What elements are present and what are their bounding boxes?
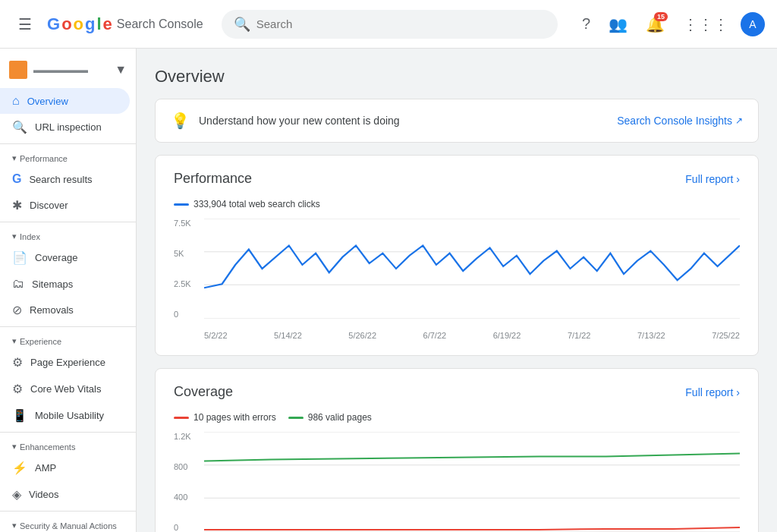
sidebar-item-label: Removals [30,304,74,316]
section-enhancements[interactable]: ▾ Enhancements [0,436,136,455]
topbar: ☰ Google Search Console 🔍 ? 👥 🔔 15 ⋮⋮⋮ A [0,0,777,49]
people-icon[interactable]: 👥 [602,9,634,39]
section-arrow: ▾ [12,442,17,452]
x-label: 6/7/22 [423,331,447,340]
logo-g2: g [85,14,95,34]
sidebar-item-label: Discover [30,200,68,211]
apps-icon[interactable]: ⋮⋮⋮ [677,9,735,39]
hamburger-icon[interactable]: ☰ [12,9,38,39]
section-label: Enhancements [20,442,75,452]
x-label: 6/19/22 [493,331,521,340]
property-dropdown-icon: ▼ [115,63,127,77]
divider [0,143,136,144]
y-label: 2.5K [174,279,201,288]
insight-link[interactable]: Search Console Insights ↗ [617,115,743,127]
topbar-left: ☰ Google Search Console [12,9,203,39]
cov-chart-area [204,432,740,532]
y-label: 400 [174,493,201,502]
search-icon: 🔍 [234,16,250,33]
sidebar-item-label: AMP [35,462,56,474]
perf-chart-svg [204,219,740,319]
section-label: Security & Manual Actions [20,521,117,530]
x-label: 7/25/22 [712,331,740,340]
chevron-right-icon: › [736,386,740,398]
sidebar-item-label: Core Web Vitals [30,383,101,395]
app-title: Search Console [117,17,203,31]
sidebar-item-videos[interactable]: ◈ Videos [0,481,130,508]
divider [0,511,136,512]
legend-clicks-label: 333,904 total web search clicks [193,199,320,209]
sidebar-item-sitemaps[interactable]: 🗂 Sitemaps [0,271,130,297]
sidebar-item-removals[interactable]: ⊘ Removals [0,297,130,323]
sidebar-item-amp[interactable]: ⚡ AMP [0,455,130,481]
removals-icon: ⊘ [12,303,22,317]
sidebar-item-discover[interactable]: ✱ Discover [0,192,130,219]
x-label: 5/2/22 [204,331,228,340]
section-performance[interactable]: ▾ Performance [0,147,136,166]
section-label: Performance [20,154,68,163]
mobile-icon: 📱 [12,408,27,423]
legend-line-valid [288,417,304,419]
search-input[interactable] [256,17,546,30]
divider [0,432,136,433]
inspect-icon: 🔍 [12,120,27,134]
legend-errors-label: 10 pages with errors [193,412,276,423]
section-label: Index [20,232,40,241]
legend-valid-label: 986 valid pages [308,412,372,423]
section-arrow: ▾ [12,231,17,241]
sidebar-item-label: URL inspection [35,121,102,133]
x-label: 7/1/22 [568,331,591,340]
search-bar[interactable]: 🔍 [222,10,558,39]
insight-banner: 💡 Understand how your new content is doi… [155,99,759,143]
notification-icon[interactable]: 🔔 15 [640,9,671,39]
divider [0,222,136,222]
property-icon [9,61,27,79]
sidebar-item-label: Coverage [35,252,77,263]
full-report-label: Full report [685,386,733,398]
sidebar-item-mobile-usability[interactable]: 📱 Mobile Usability [0,402,130,429]
logo-e: e [103,14,112,34]
performance-legend: 333,904 total web search clicks [174,199,740,209]
coverage-icon: 📄 [12,250,27,265]
divider [0,326,136,327]
legend-clicks: 333,904 total web search clicks [174,199,320,209]
legend-errors: 10 pages with errors [174,412,276,423]
sidebar-item-label: Sitemaps [32,279,73,290]
performance-full-report-link[interactable]: Full report › [685,173,740,185]
sidebar-item-label: Page Experience [30,357,105,368]
app-logo: Google Search Console [47,14,203,34]
avatar[interactable]: A [741,12,765,36]
y-label: 0 [174,523,201,532]
sidebar-item-page-experience[interactable]: ⚙ Page Experience [0,349,130,376]
y-label: 0 [174,310,201,319]
performance-chart: 7.5K 5K 2.5K 0 [174,219,740,340]
logo-g: G [47,14,60,34]
section-arrow: ▾ [12,336,17,346]
sidebar: ▬▬▬▬▬▬ ▼ ⌂ Overview 🔍 URL inspection ▾ P… [0,49,137,532]
chevron-right-icon: › [736,173,740,185]
section-label: Experience [20,337,61,346]
topbar-right: ? 👥 🔔 15 ⋮⋮⋮ A [576,9,765,39]
google-g-icon: G [12,172,21,186]
section-index[interactable]: ▾ Index [0,225,136,244]
main-content: Overview 💡 Understand how your new conte… [137,49,777,532]
sidebar-item-label: Overview [27,96,68,107]
cov-chart-svg [204,432,740,532]
property-selector[interactable]: ▬▬▬▬▬▬ ▼ [0,55,136,85]
home-icon: ⌂ [12,94,20,108]
y-label: 7.5K [174,219,201,228]
coverage-full-report-link[interactable]: Full report › [685,386,740,398]
sidebar-item-url-inspection[interactable]: 🔍 URL inspection [0,114,130,140]
sidebar-item-coverage[interactable]: 📄 Coverage [0,244,130,271]
coverage-card: Coverage Full report › 10 pages with err… [155,368,759,532]
logo-o2: o [74,14,83,34]
help-icon[interactable]: ? [576,9,596,39]
legend-valid: 986 valid pages [288,412,372,423]
sidebar-item-overview[interactable]: ⌂ Overview [0,88,130,114]
property-name: ▬▬▬▬▬▬ [33,65,109,75]
sidebar-item-search-results[interactable]: G Search results [0,166,130,192]
section-experience[interactable]: ▾ Experience [0,330,136,349]
section-security[interactable]: ▾ Security & Manual Actions [0,515,136,532]
sidebar-item-core-web-vitals[interactable]: ⚙ Core Web Vitals [0,376,130,402]
performance-card: Performance Full report › 333,904 total … [155,155,759,356]
